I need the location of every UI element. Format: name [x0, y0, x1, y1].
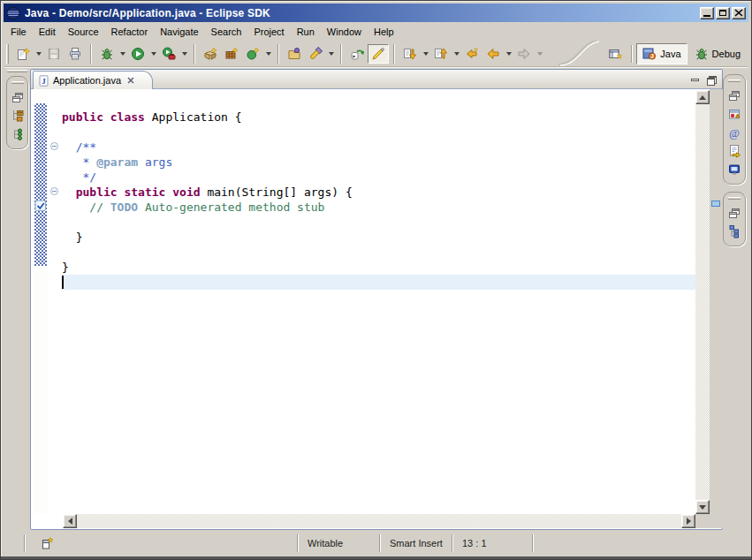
open-type-button[interactable]: [284, 44, 305, 64]
scroll-right-button[interactable]: [681, 514, 695, 528]
code-line[interactable]: [62, 215, 695, 230]
previous-annotation-dropdown[interactable]: [452, 44, 461, 64]
new-button[interactable]: [12, 44, 34, 64]
menu-navigate[interactable]: Navigate: [154, 25, 204, 39]
outline-view-button[interactable]: [725, 222, 743, 240]
refresh-button[interactable]: [346, 44, 368, 64]
close-button[interactable]: [732, 7, 746, 19]
toolbar-separator: [340, 44, 342, 64]
restore-views-button[interactable]: [725, 86, 743, 104]
left-arrow-icon: [65, 518, 72, 525]
new-package-button[interactable]: [221, 44, 242, 64]
next-annotation-button[interactable]: [399, 44, 421, 64]
save-button[interactable]: [43, 44, 65, 64]
stack-handle[interactable]: [728, 79, 741, 82]
stack-handle[interactable]: [11, 81, 24, 84]
task-marker-icon[interactable]: [34, 200, 47, 212]
trim-grip[interactable]: [7, 70, 27, 72]
maximize-button[interactable]: [716, 7, 730, 19]
print-button[interactable]: [65, 44, 86, 64]
scroll-down-button[interactable]: [695, 500, 710, 514]
tab-close-button[interactable]: [126, 76, 135, 85]
annotation-ruler[interactable]: [34, 90, 48, 514]
new-dropdown[interactable]: [34, 44, 43, 64]
javadoc-view-button[interactable]: @: [725, 123, 743, 141]
code-line[interactable]: }: [62, 230, 695, 245]
external-tools-button[interactable]: [158, 44, 179, 64]
type-hierarchy-view-button[interactable]: [9, 125, 27, 143]
editor-minimize-button[interactable]: [688, 74, 701, 85]
package-explorer-view-button[interactable]: [9, 106, 27, 125]
code-line[interactable]: [62, 245, 695, 260]
scroll-up-button[interactable]: [695, 90, 710, 104]
code-line[interactable]: [62, 95, 695, 110]
fold-margin[interactable]: [48, 90, 62, 514]
last-edit-location-button[interactable]: [461, 44, 482, 64]
code-line[interactable]: * @param args: [62, 155, 695, 170]
code-line[interactable]: // TODO Auto-generated method stub: [62, 200, 695, 215]
debug-button[interactable]: [96, 44, 118, 64]
horizontal-scrollbar[interactable]: [77, 514, 681, 528]
minimize-button[interactable]: [700, 7, 714, 19]
code-line[interactable]: /**: [62, 140, 695, 155]
back-dropdown[interactable]: [504, 44, 513, 64]
menu-help[interactable]: Help: [368, 25, 400, 39]
debug-perspective-button[interactable]: Debug: [689, 43, 746, 64]
editor-tab-application-java[interactable]: J Application.java: [33, 71, 153, 89]
back-button[interactable]: [482, 44, 504, 64]
vertical-scrollbar[interactable]: [695, 104, 710, 500]
toolbar-separator: [194, 44, 195, 64]
search-button[interactable]: [305, 44, 326, 64]
menu-edit[interactable]: Edit: [33, 25, 62, 39]
code-area[interactable]: public class Application { /** * @param …: [62, 90, 695, 514]
restore-views-button[interactable]: [725, 203, 743, 222]
previous-annotation-button[interactable]: [430, 44, 452, 64]
fold-collapse-icon[interactable]: [50, 142, 58, 150]
new-class-dropdown[interactable]: [263, 44, 273, 64]
code-line[interactable]: public static void main(String[] args) {: [62, 185, 695, 200]
menu-window[interactable]: Window: [321, 25, 368, 39]
forward-dropdown[interactable]: [535, 44, 544, 64]
scroll-left-button[interactable]: [63, 514, 77, 528]
java-perspective-button[interactable]: J Java: [636, 43, 687, 64]
menu-project[interactable]: Project: [247, 25, 290, 39]
minimized-view-stack-bottom: @: [723, 74, 746, 185]
title-bar[interactable]: Java - Demo/src/Application.java - Eclip…: [4, 4, 748, 22]
problems-view-button[interactable]: [725, 104, 743, 123]
fast-view-icon: [40, 536, 54, 550]
overview-task-marker[interactable]: [711, 201, 720, 207]
problems-view-icon: [727, 107, 741, 121]
menu-search[interactable]: Search: [205, 25, 248, 39]
code-line[interactable]: public class Application {: [62, 110, 695, 125]
menu-source[interactable]: Source: [62, 25, 105, 39]
mark-occurrences-toggle[interactable]: [368, 44, 389, 64]
menu-refactor[interactable]: Refactor: [105, 25, 155, 39]
fast-view-button[interactable]: [40, 535, 56, 551]
code-line[interactable]: [62, 125, 695, 140]
svg-text:J: J: [650, 53, 654, 59]
new-class-button[interactable]: [242, 44, 263, 64]
code-line[interactable]: }: [62, 260, 695, 275]
search-dropdown[interactable]: [326, 44, 336, 64]
run-button[interactable]: [127, 44, 148, 64]
menu-run[interactable]: Run: [291, 25, 321, 39]
next-annotation-dropdown[interactable]: [421, 44, 430, 64]
stack-handle[interactable]: [728, 197, 741, 200]
fold-collapse-icon[interactable]: [50, 187, 58, 195]
console-view-icon: [727, 163, 741, 177]
menu-file[interactable]: File: [4, 25, 33, 39]
restore-views-button[interactable]: [9, 87, 27, 106]
console-view-button[interactable]: [725, 160, 743, 178]
open-perspective-button[interactable]: [603, 43, 627, 64]
svg-text:@: @: [729, 125, 740, 139]
debug-dropdown[interactable]: [118, 44, 127, 64]
declaration-view-button[interactable]: [725, 141, 743, 160]
external-tools-dropdown[interactable]: [179, 44, 189, 64]
new-java-project-button[interactable]: [200, 44, 221, 64]
forward-button[interactable]: [513, 44, 535, 64]
toolbar-grip[interactable]: [6, 44, 9, 64]
editor-maximize-button[interactable]: [704, 74, 717, 85]
current-code-line[interactable]: [62, 275, 695, 290]
code-line[interactable]: */: [62, 170, 695, 185]
run-dropdown[interactable]: [148, 44, 158, 64]
